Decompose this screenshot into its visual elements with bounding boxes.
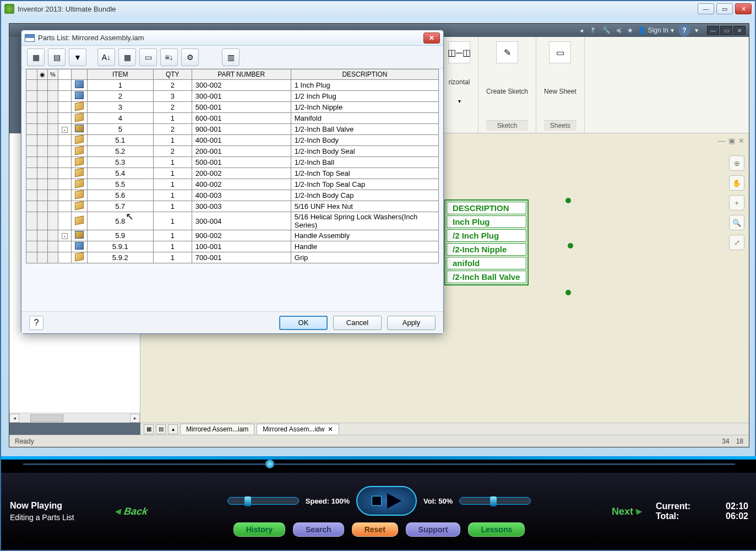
cell-item[interactable]: 5.9.2 (87, 252, 153, 263)
cell-description[interactable]: 1/2-Inch Ball (291, 157, 438, 168)
cell-item[interactable]: 5.1 (87, 135, 153, 146)
expand-toggle[interactable] (58, 91, 71, 102)
scroll-right-button[interactable]: ▸ (130, 414, 140, 423)
header-item[interactable]: ITEM (87, 69, 153, 80)
next-button[interactable]: Next (606, 498, 650, 525)
dialog-help-button[interactable]: ? (29, 316, 43, 330)
table-row[interactable]: 5.71300-0035/16 UNF Hex Nut (26, 201, 439, 212)
scrub-thumb[interactable] (265, 460, 274, 468)
stop-button[interactable] (372, 496, 382, 506)
inner-restore-button[interactable]: ▭ (720, 26, 732, 35)
cell-qty[interactable]: 1 (153, 179, 192, 190)
row-handle[interactable] (26, 102, 37, 113)
expand-toggle[interactable] (58, 252, 71, 263)
header-part-number[interactable]: PART NUMBER (192, 69, 291, 80)
cell-description[interactable]: Handle (291, 241, 438, 252)
scroll-thumb[interactable] (30, 414, 63, 422)
row-handle[interactable] (26, 179, 37, 190)
expand-toggle[interactable] (58, 212, 71, 230)
navigate-2d-tool[interactable]: ⊕ (729, 155, 744, 171)
cell-item[interactable]: 5.5 (87, 179, 153, 190)
cell-part-number[interactable]: 300-003 (192, 201, 291, 212)
share-icon[interactable]: ≼ (616, 26, 622, 34)
ribbon-group-horizontal[interactable]: ◫─◫ rizontal ▾ . (440, 37, 478, 133)
cell-item[interactable]: 5.6 (87, 190, 153, 201)
star-icon[interactable]: ★ (627, 26, 633, 34)
support-button[interactable]: Support (406, 522, 461, 537)
binoculars-icon[interactable]: 🔭 (589, 26, 597, 34)
help-button[interactable]: ? (678, 24, 690, 36)
outer-minimize-button[interactable]: — (698, 3, 714, 14)
cell-part-number[interactable]: 600-001 (192, 113, 291, 124)
scroll-left-button[interactable]: ◂ (9, 414, 19, 423)
cell-qty[interactable]: 2 (153, 102, 192, 113)
cell-part-number[interactable]: 400-001 (192, 135, 291, 146)
cell-part-number[interactable]: 400-003 (192, 190, 291, 201)
cell-item[interactable]: 3 (87, 102, 153, 113)
row-handle[interactable] (26, 201, 37, 212)
cell-item[interactable]: 1 (87, 80, 153, 91)
cell-description[interactable]: 1/2-Inch Top Seal (291, 168, 438, 179)
table-row[interactable]: 5.31500-0011/2-Inch Ball (26, 157, 439, 168)
expand-toggle[interactable] (58, 157, 71, 168)
zoom-all-tool[interactable]: ⤢ (729, 235, 744, 250)
cell-qty[interactable]: 1 (153, 190, 192, 201)
percent-column-icon[interactable]: % (48, 69, 58, 80)
cell-item[interactable]: 2 (87, 91, 153, 102)
expand-toggle[interactable]: - (58, 124, 71, 135)
parts-list-table[interactable]: ◉ % ITEM QTY PART NUMBER DESCRIPTION 123… (26, 69, 439, 263)
expand-toggle[interactable] (58, 241, 71, 252)
cell-qty[interactable]: 1 (153, 157, 192, 168)
cell-description[interactable]: 1/2-Inch Ball Valve (291, 124, 438, 135)
toolbar-filter-button[interactable]: ▼ (69, 48, 86, 66)
selection-handle[interactable] (565, 198, 571, 203)
toolbar-sort-button[interactable]: A↓ (97, 48, 115, 66)
row-handle[interactable] (26, 124, 37, 135)
cell-part-number[interactable]: 200-002 (192, 168, 291, 179)
toolbar-member-button[interactable]: ▥ (222, 48, 240, 66)
cell-qty[interactable]: 1 (153, 168, 192, 179)
row-handle[interactable] (26, 146, 37, 157)
cell-item[interactable]: 5.3 (87, 157, 153, 168)
volume-slider[interactable] (459, 497, 531, 505)
cell-part-number[interactable]: 900-002 (192, 230, 291, 241)
toolbar-column-chooser-button[interactable]: ▦ (27, 48, 45, 66)
table-row[interactable]: 5.11400-0011/2-Inch Body (26, 135, 439, 146)
expand-toggle[interactable] (58, 179, 71, 190)
selection-handle[interactable] (565, 290, 571, 295)
toolbar-settings-button[interactable]: ⚙ (181, 48, 199, 66)
drawing-parts-preview[interactable]: DESCRIPTION Inch Plug /2 Inch Plug /2-In… (444, 199, 529, 285)
table-row[interactable]: 41600-001Manifold (26, 113, 439, 124)
cell-part-number[interactable]: 500-001 (192, 102, 291, 113)
expand-toggle[interactable] (58, 135, 71, 146)
table-row[interactable]: 5.41200-0021/2-Inch Top Seal (26, 168, 439, 179)
history-button[interactable]: History (233, 522, 285, 537)
expand-toggle[interactable] (58, 146, 71, 157)
row-handle[interactable] (26, 91, 37, 102)
row-handle[interactable] (26, 212, 37, 230)
table-row[interactable]: 32500-0011/2-Inch Nipple (26, 102, 439, 113)
cell-qty[interactable]: 1 (153, 241, 192, 252)
cell-part-number[interactable]: 400-002 (192, 179, 291, 190)
cell-qty[interactable]: 2 (153, 146, 192, 157)
tab-up-button[interactable]: ▴ (168, 424, 178, 434)
expand-toggle[interactable]: - (58, 230, 71, 241)
visibility-column-icon[interactable]: ◉ (37, 69, 48, 80)
cell-item[interactable]: 5.9.1 (87, 241, 153, 252)
cell-description[interactable]: 5/16 UNF Hex Nut (291, 201, 438, 212)
row-handle[interactable] (26, 230, 37, 241)
lessons-button[interactable]: Lessons (468, 522, 525, 537)
row-handle[interactable] (26, 135, 37, 146)
scrub-bar[interactable] (23, 460, 735, 468)
expand-toggle[interactable] (58, 201, 71, 212)
selection-handle[interactable] (568, 243, 573, 249)
cell-item[interactable]: 5.9 (87, 230, 153, 241)
row-handle[interactable] (26, 80, 37, 91)
toolbar-renumber-button[interactable]: ▭ (139, 48, 157, 66)
row-handle[interactable] (26, 113, 37, 124)
cell-part-number[interactable]: 700-001 (192, 252, 291, 263)
table-row[interactable]: 5.81300-0045/16 Helical Spring Lock Wash… (26, 212, 439, 230)
outer-close-button[interactable]: ✕ (735, 3, 752, 14)
expand-toggle[interactable] (58, 102, 71, 113)
wrench-icon[interactable]: 🔧 (602, 26, 611, 34)
